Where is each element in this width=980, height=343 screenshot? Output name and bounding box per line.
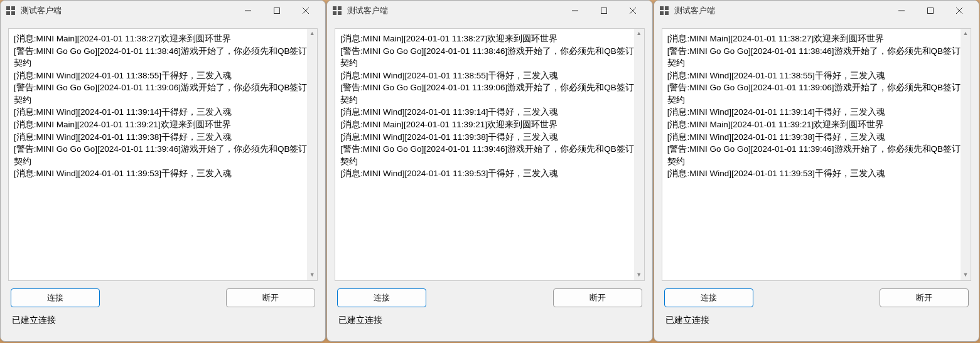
window-title: 测试客户端 <box>347 5 560 16</box>
connect-button[interactable]: 连接 <box>11 288 100 307</box>
window-content: [消息:MINI Main][2024-01-01 11:38:27]欢迎来到圆… <box>1 21 325 341</box>
svg-rect-17 <box>665 6 669 10</box>
window-title: 测试客户端 <box>21 5 234 16</box>
log-line: [消息:MINI Wind][2024-01-01 11:39:14]干得好，三… <box>667 106 966 119</box>
log-textarea[interactable]: [消息:MINI Main][2024-01-01 11:38:27]欢迎来到圆… <box>662 28 971 281</box>
log-line: [消息:MINI Wind][2024-01-01 11:39:14]干得好，三… <box>14 106 312 119</box>
log-line: [消息:MINI Wind][2024-01-01 11:38:55]干得好，三… <box>340 70 638 82</box>
svg-rect-2 <box>6 11 10 15</box>
status-label: 已建立连接 <box>335 311 644 334</box>
scrollbar[interactable]: ▲ ▼ <box>634 29 644 280</box>
titlebar[interactable]: 测试客户端 <box>1 1 325 21</box>
svg-rect-0 <box>6 6 10 10</box>
titlebar[interactable]: 测试客户端 <box>327 1 652 21</box>
window-content: [消息:MINI Main][2024-01-01 11:38:27]欢迎来到圆… <box>654 21 979 341</box>
app-icon <box>659 6 669 16</box>
disconnect-button[interactable]: 断开 <box>880 288 969 307</box>
scroll-up-icon[interactable]: ▲ <box>308 30 316 38</box>
log-line: [警告:MINI Go Go Go][2024-01-01 11:39:06]游… <box>340 82 638 106</box>
connect-button[interactable]: 连接 <box>664 288 753 307</box>
window-title: 测试客户端 <box>674 5 887 16</box>
window-controls <box>234 1 320 20</box>
log-line: [警告:MINI Go Go Go][2024-01-01 11:39:06]游… <box>667 82 966 106</box>
maximize-button[interactable] <box>262 1 291 20</box>
maximize-button[interactable] <box>590 1 618 20</box>
log-line: [消息:MINI Main][2024-01-01 11:38:27]欢迎来到圆… <box>14 33 312 45</box>
log-line: [消息:MINI Main][2024-01-01 11:38:27]欢迎来到圆… <box>340 33 638 45</box>
log-line: [消息:MINI Main][2024-01-01 11:38:27]欢迎来到圆… <box>667 33 966 45</box>
window-controls <box>561 1 647 20</box>
status-label: 已建立连接 <box>8 311 318 334</box>
log-line: [消息:MINI Wind][2024-01-01 11:39:53]干得好，三… <box>667 167 966 180</box>
log-line: [消息:MINI Wind][2024-01-01 11:39:38]干得好，三… <box>340 131 638 144</box>
client-window: 测试客户端 [消息:MINI Main][2024-01-01 11:38:27… <box>326 0 652 342</box>
scroll-up-icon[interactable]: ▲ <box>962 30 969 38</box>
log-line: [警告:MINI Go Go Go][2024-01-01 11:39:46]游… <box>667 143 966 167</box>
connect-button[interactable]: 连接 <box>337 288 426 307</box>
log-line: [警告:MINI Go Go Go][2024-01-01 11:39:46]游… <box>340 143 638 167</box>
log-line: [消息:MINI Wind][2024-01-01 11:39:53]干得好，三… <box>340 167 638 180</box>
titlebar[interactable]: 测试客户端 <box>654 1 979 21</box>
app-icon <box>6 6 16 16</box>
svg-rect-18 <box>660 11 664 15</box>
svg-rect-1 <box>11 6 15 10</box>
svg-rect-16 <box>660 6 664 10</box>
log-line: [消息:MINI Main][2024-01-01 11:39:21]欢迎来到圆… <box>340 119 638 131</box>
svg-rect-3 <box>11 11 15 15</box>
log-line: [消息:MINI Wind][2024-01-01 11:38:55]干得好，三… <box>667 70 966 82</box>
button-row: 连接 断开 <box>8 281 318 311</box>
log-line: [消息:MINI Wind][2024-01-01 11:39:53]干得好，三… <box>14 167 312 180</box>
svg-rect-21 <box>927 8 933 14</box>
svg-rect-11 <box>338 11 342 15</box>
app-icon <box>332 6 342 16</box>
svg-rect-19 <box>665 11 669 15</box>
close-button[interactable] <box>291 1 320 20</box>
scroll-down-icon[interactable]: ▼ <box>308 272 316 279</box>
scroll-down-icon[interactable]: ▼ <box>962 272 969 279</box>
scroll-up-icon[interactable]: ▲ <box>635 30 643 38</box>
log-line: [警告:MINI Go Go Go][2024-01-01 11:38:46]游… <box>14 45 312 70</box>
svg-rect-5 <box>274 8 280 14</box>
window-content: [消息:MINI Main][2024-01-01 11:38:27]欢迎来到圆… <box>327 21 652 341</box>
disconnect-button[interactable]: 断开 <box>553 288 642 307</box>
window-controls <box>887 1 974 20</box>
log-line: [消息:MINI Wind][2024-01-01 11:39:14]干得好，三… <box>340 106 638 119</box>
disconnect-button[interactable]: 断开 <box>226 288 315 307</box>
svg-rect-13 <box>601 8 606 14</box>
svg-rect-8 <box>333 6 337 10</box>
client-window: 测试客户端 [消息:MINI Main][2024-01-01 11:38:27… <box>654 0 979 342</box>
minimize-button[interactable] <box>561 1 590 20</box>
scrollbar[interactable]: ▲ ▼ <box>307 29 317 280</box>
log-line: [警告:MINI Go Go Go][2024-01-01 11:38:46]游… <box>340 45 638 70</box>
log-line: [警告:MINI Go Go Go][2024-01-01 11:39:06]游… <box>14 82 312 106</box>
log-line: [消息:MINI Wind][2024-01-01 11:39:38]干得好，三… <box>14 131 312 144</box>
status-label: 已建立连接 <box>662 311 971 334</box>
svg-rect-9 <box>338 6 342 10</box>
button-row: 连接 断开 <box>335 281 644 311</box>
maximize-button[interactable] <box>916 1 945 20</box>
log-line: [警告:MINI Go Go Go][2024-01-01 11:38:46]游… <box>667 45 966 70</box>
log-line: [消息:MINI Wind][2024-01-01 11:39:38]干得好，三… <box>667 131 966 144</box>
scrollbar[interactable]: ▲ ▼ <box>961 29 971 280</box>
log-line: [消息:MINI Main][2024-01-01 11:39:21]欢迎来到圆… <box>667 119 966 131</box>
svg-rect-10 <box>333 11 337 15</box>
client-window: 测试客户端 [消息:MINI Main][2024-01-01 11:38:27… <box>0 0 326 342</box>
log-line: [警告:MINI Go Go Go][2024-01-01 11:39:46]游… <box>14 143 312 167</box>
scroll-down-icon[interactable]: ▼ <box>635 272 643 279</box>
button-row: 连接 断开 <box>662 281 971 311</box>
log-textarea[interactable]: [消息:MINI Main][2024-01-01 11:38:27]欢迎来到圆… <box>8 28 318 281</box>
close-button[interactable] <box>945 1 974 20</box>
close-button[interactable] <box>618 1 647 20</box>
minimize-button[interactable] <box>887 1 916 20</box>
minimize-button[interactable] <box>234 1 262 20</box>
log-line: [消息:MINI Wind][2024-01-01 11:38:55]干得好，三… <box>14 70 312 82</box>
log-textarea[interactable]: [消息:MINI Main][2024-01-01 11:38:27]欢迎来到圆… <box>335 28 644 281</box>
log-line: [消息:MINI Main][2024-01-01 11:39:21]欢迎来到圆… <box>14 119 312 131</box>
